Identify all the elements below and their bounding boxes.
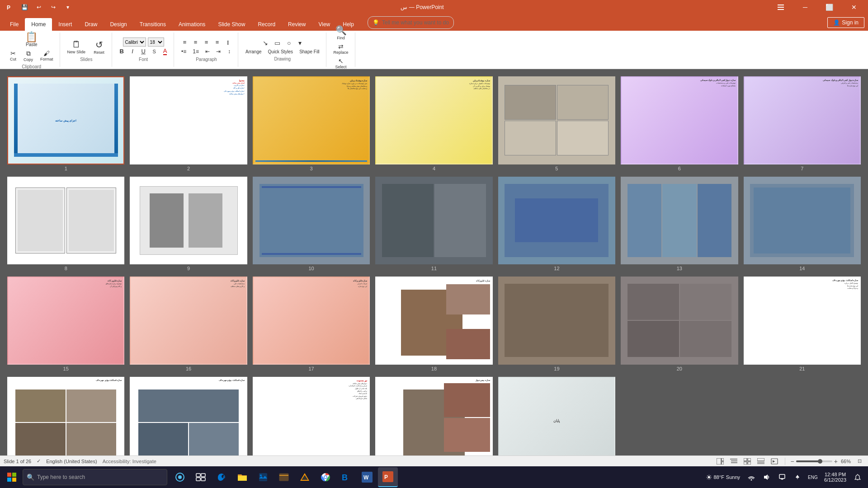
line-spacing-button[interactable]: ↕ (224, 47, 234, 56)
font-family-select[interactable]: Calibri (123, 38, 146, 47)
slide-thumb-23[interactable]: سازه اسکلت بیج و مهره اف (130, 377, 247, 455)
zoom-out-button[interactable]: − (791, 458, 794, 465)
slide-thumb-10[interactable] (253, 177, 370, 265)
paste-button[interactable]: 📋 Paste (23, 31, 41, 48)
columns-button[interactable]: ⫿ (223, 38, 233, 47)
shape-arrow-button[interactable]: ↘ (260, 38, 271, 48)
slide-item-18[interactable]: سازه قلو و کاه 18 (375, 277, 492, 371)
slide-thumb-9[interactable] (130, 177, 247, 265)
new-slide-button[interactable]: 🗒 New Slide (65, 38, 89, 56)
clock[interactable]: 12:48 PM 6/12/2023 (821, 467, 849, 487)
slide-thumb-2[interactable]: محتوا اجزای پیش ساخته • سازه و کاربرد • … (130, 76, 247, 164)
slide-item-23[interactable]: سازه اسکلت بیج و مهره اف 23 (130, 377, 247, 455)
shape-fill-button[interactable]: Shape Fill (297, 48, 322, 56)
slide-item-10[interactable]: 10 (253, 177, 370, 272)
tab-home[interactable]: Home (25, 18, 52, 31)
slide-item-5[interactable]: 5 (498, 76, 615, 171)
slide-item-8[interactable]: 8 (7, 177, 124, 272)
taskbar-app-files[interactable] (274, 467, 294, 487)
italic-button[interactable]: I (127, 47, 137, 56)
slide-item-26[interactable]: پایان 26 (498, 377, 615, 455)
slide-thumb-5[interactable] (498, 76, 615, 164)
zoom-in-button[interactable]: + (834, 458, 838, 465)
slide-thumb-21[interactable]: سازه اسکلت بیج و مهره اف توضیح کامل دربا… (744, 277, 861, 365)
reading-view-button[interactable]: ▶ (769, 457, 779, 465)
indent-decrease-button[interactable]: ⇤ (203, 47, 212, 56)
slide-thumb-25[interactable]: سازه بیس دیوار (375, 377, 492, 455)
bold-button[interactable]: B (117, 47, 127, 56)
numbering-button[interactable]: 1≡ (190, 47, 202, 56)
signin-button[interactable]: 👤 Sign in (827, 17, 864, 28)
slide-item-20[interactable]: 20 (621, 277, 738, 371)
align-left-button[interactable]: ≡ (180, 38, 190, 47)
slide-thumb-13[interactable] (621, 177, 738, 265)
slide-thumb-4[interactable]: سازه بوشناد و بلن توضیحات تکمیلی درباره … (375, 76, 492, 164)
undo-button[interactable]: ↩ (33, 1, 45, 14)
justify-button[interactable]: ≡ (212, 38, 222, 47)
volume-icon[interactable] (760, 467, 774, 487)
tab-transitions[interactable]: Transitions (133, 18, 172, 31)
notification-icon[interactable] (775, 467, 789, 487)
customize-quick-access-button[interactable]: ▾ (61, 1, 74, 14)
slide-item-21[interactable]: سازه اسکلت بیج و مهره اف توضیح کامل دربا… (744, 277, 861, 371)
taskbar-app-edge[interactable] (212, 467, 231, 487)
tab-design[interactable]: Design (104, 18, 133, 31)
normal-view-button[interactable] (715, 457, 725, 465)
slides-panel[interactable]: اجزای پیش ساخته 1 محتوا اجزای پیش ساخته … (0, 69, 868, 455)
close-button[interactable]: ✕ (844, 0, 864, 14)
tab-slideshow[interactable]: Slide Show (212, 18, 251, 31)
quick-styles-button[interactable]: Quick Styles (265, 48, 296, 56)
save-button[interactable]: 💾 (18, 1, 31, 14)
slide-item-2[interactable]: محتوا اجزای پیش ساخته • سازه و کاربرد • … (130, 76, 247, 171)
slide-thumb-24[interactable]: دور محدوده دیوارهای پیش ساخته عرض و ضخام… (253, 377, 370, 455)
slide-thumb-12[interactable] (498, 177, 615, 265)
taskbar-app-powerpoint[interactable]: P (378, 467, 398, 487)
format-painter-button[interactable]: 🖌 Format (38, 48, 56, 63)
slide-thumb-26[interactable]: پایان (498, 377, 615, 455)
slide-item-7[interactable]: سازه دیوار کجی الباقی و بلوک سیمانی مشخص… (744, 76, 861, 171)
taskbar-app-vlc[interactable] (295, 467, 315, 487)
slide-item-14[interactable]: 14 (744, 177, 861, 272)
tab-record[interactable]: Record (251, 18, 282, 31)
outline-view-button[interactable] (729, 457, 739, 465)
slide-sorter-button[interactable] (742, 457, 752, 465)
tab-review[interactable]: Review (282, 18, 312, 31)
slide-thumb-8[interactable] (7, 177, 124, 265)
slide-item-6[interactable]: سازه دیوار کجی الباقی و بلوک سیمانی توضی… (621, 76, 738, 171)
redo-button[interactable]: ↪ (47, 1, 60, 14)
language-indicator[interactable]: English (United States) (46, 459, 97, 464)
taskbar-search-box[interactable]: 🔍 Type here to search (23, 469, 167, 485)
ime-icon[interactable]: ENG (806, 467, 820, 487)
taskbar-app-bing[interactable]: B (336, 467, 356, 487)
slide-thumb-3[interactable]: سازه بوشناد و بلن متن توضیحات در مورد سا… (253, 76, 370, 164)
shadow-button[interactable]: S (149, 48, 159, 55)
tab-insert[interactable]: Insert (52, 18, 78, 31)
shape-oval-button[interactable]: ○ (284, 38, 294, 48)
replace-button[interactable]: ⇄ Replace (331, 42, 351, 56)
tell-me-input[interactable]: 💡 Tell me what you want to do (368, 16, 454, 29)
slide-item-24[interactable]: دور محدوده دیوارهای پیش ساخته عرض و ضخام… (253, 377, 370, 455)
zoom-level-label[interactable]: 66% (841, 459, 851, 464)
slide-thumb-17[interactable]: سازه قلو و کاه جزئیات اجرایی این نوع ساز… (253, 277, 370, 365)
arrange-button[interactable]: Arrange (243, 48, 264, 56)
slide-thumb-14[interactable] (744, 177, 861, 265)
tab-file[interactable]: File (4, 18, 25, 31)
slide-thumb-16[interactable]: سازه قلو و کاه مشخصات فنی و کاربردهای مخ… (130, 277, 247, 365)
align-right-button[interactable]: ≡ (202, 38, 212, 47)
weather-widget[interactable]: ☀ 88°F Sunny (703, 473, 743, 482)
taskbar-app-chrome[interactable] (316, 467, 335, 487)
restore-button[interactable]: ⬜ (819, 0, 840, 14)
slide-item-3[interactable]: سازه بوشناد و بلن متن توضیحات در مورد سا… (253, 76, 370, 171)
notifications-button[interactable] (851, 467, 864, 487)
system-tray-show-button[interactable] (791, 467, 804, 487)
cut-button[interactable]: ✂ Cut (7, 48, 19, 63)
ribbon-display-button[interactable] (770, 0, 791, 14)
zoom-slider[interactable] (796, 460, 832, 462)
slide-item-11[interactable]: 11 (375, 177, 492, 272)
network-icon[interactable] (745, 467, 758, 487)
slide-item-19[interactable]: 19 (498, 277, 615, 371)
copy-button[interactable]: ⧉ Copy (21, 48, 36, 63)
find-button[interactable]: 🔍 Find (332, 23, 350, 42)
taskbar-app-photos[interactable] (253, 467, 273, 487)
select-button[interactable]: ↖ Select (332, 56, 350, 70)
